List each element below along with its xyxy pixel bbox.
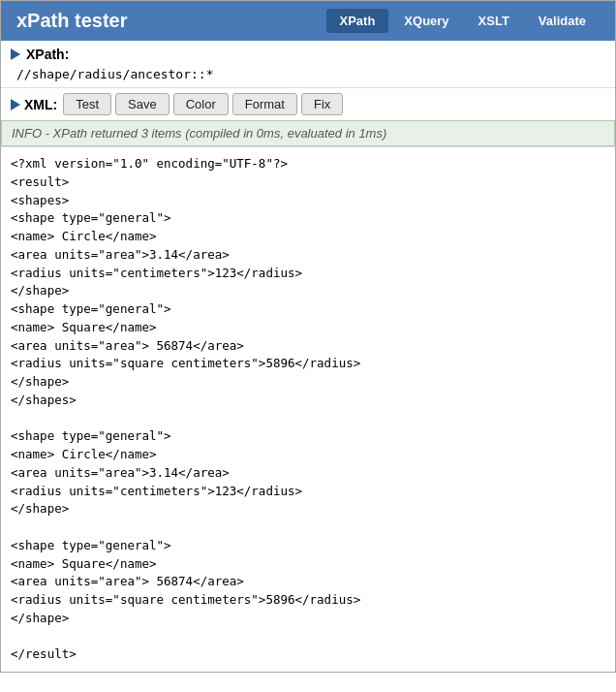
fix-button[interactable]: Fix <box>301 93 343 115</box>
xpath-label: XPath: <box>26 47 69 62</box>
xml-content[interactable]: <?xml version="1.0" encoding="UTF-8"?> <… <box>1 146 615 672</box>
xml-label: XML: <box>24 97 57 112</box>
format-button[interactable]: Format <box>232 93 297 115</box>
app-title: xPath tester <box>16 10 128 32</box>
test-button[interactable]: Test <box>63 93 111 115</box>
tab-xquery[interactable]: XQuery <box>390 9 462 33</box>
xml-toolbar: XML: Test Save Color Format Fix <box>1 87 615 120</box>
tab-xpath[interactable]: XPath <box>326 9 389 33</box>
app-container: xPath tester XPath XQuery XSLT Validate … <box>0 0 616 673</box>
color-button[interactable]: Color <box>173 93 229 115</box>
tab-xslt[interactable]: XSLT <box>465 9 523 33</box>
xpath-value[interactable]: //shape/radius/ancestor::* <box>13 65 605 83</box>
xpath-section: XPath: //shape/radius/ancestor::* <box>1 41 615 87</box>
xpath-label-row: XPath: <box>11 47 605 62</box>
header: xPath tester XPath XQuery XSLT Validate <box>1 1 615 41</box>
nav-tabs: XPath XQuery XSLT Validate <box>326 9 601 33</box>
tab-validate[interactable]: Validate <box>525 9 600 33</box>
info-bar: INFO - XPath returned 3 items (compiled … <box>1 120 615 146</box>
xml-collapse-icon[interactable] <box>11 99 20 110</box>
save-button[interactable]: Save <box>115 93 169 115</box>
collapse-icon[interactable] <box>11 48 20 60</box>
